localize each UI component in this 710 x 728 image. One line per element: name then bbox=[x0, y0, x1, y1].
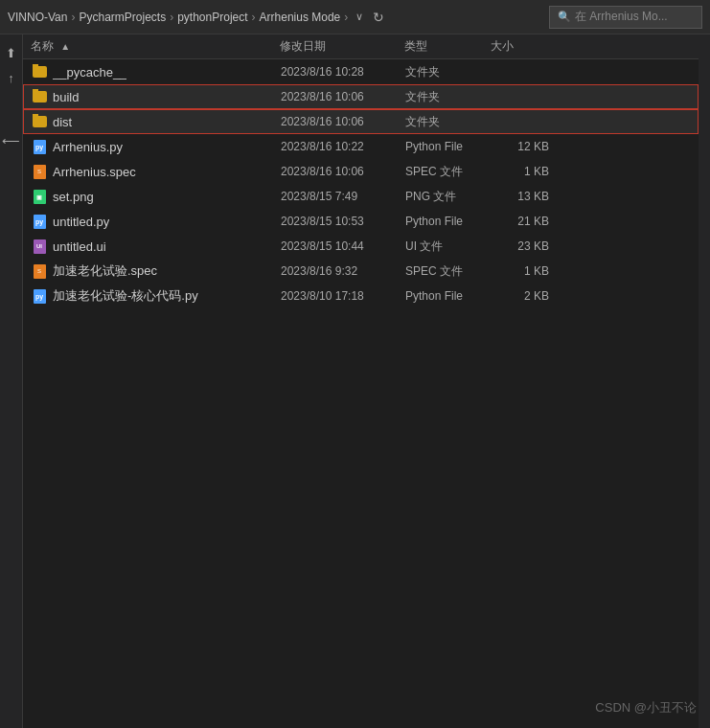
file-icon-wrapper: py bbox=[32, 214, 47, 229]
file-icon-wrapper bbox=[32, 114, 47, 129]
table-row[interactable]: py Arrhenius.py 2023/8/16 10:22 Python F… bbox=[23, 134, 699, 159]
file-name-cell: UI untitled.ui bbox=[32, 239, 281, 254]
sidebar-icons: ⬆ ↑ ⟵ bbox=[0, 34, 23, 728]
file-icon-wrapper bbox=[32, 89, 47, 104]
file-date: 2023/8/16 10:06 bbox=[281, 165, 405, 178]
file-type: Python File bbox=[405, 289, 492, 303]
file-date: 2023/8/16 10:28 bbox=[281, 65, 405, 79]
python-icon: py bbox=[34, 140, 46, 154]
table-row[interactable]: UI untitled.ui 2023/8/15 10:44 UI 文件 23 … bbox=[23, 234, 699, 259]
file-name-cell: S Arrhenius.spec bbox=[32, 164, 281, 179]
file-size: 23 KB bbox=[492, 239, 549, 253]
file-label: 加速老化试验-核心代码.py bbox=[53, 287, 198, 305]
sort-arrow: ▲ bbox=[60, 41, 70, 52]
breadcrumb-sep-4: › bbox=[344, 11, 348, 24]
file-name-cell: py untitled.py bbox=[32, 214, 281, 229]
file-type: Python File bbox=[405, 215, 492, 228]
file-date: 2023/8/15 10:53 bbox=[281, 215, 405, 228]
file-label: __pycache__ bbox=[53, 65, 126, 80]
breadcrumb-dropdown-icon[interactable]: ∨ bbox=[355, 11, 363, 23]
file-label: set.png bbox=[53, 190, 94, 204]
breadcrumb-sep-1: › bbox=[71, 11, 75, 24]
file-label: untitled.ui bbox=[53, 239, 106, 254]
file-size: 1 KB bbox=[492, 264, 549, 278]
file-size: 21 KB bbox=[492, 215, 549, 228]
file-name-cell: ▣ set.png bbox=[32, 189, 281, 204]
file-date: 2023/8/15 7:49 bbox=[281, 190, 405, 203]
table-row[interactable]: __pycache__ 2023/8/16 10:28 文件夹 bbox=[23, 59, 699, 84]
file-icon-wrapper bbox=[32, 64, 47, 80]
search-icon: 🔍 bbox=[558, 11, 571, 23]
table-row[interactable]: ▣ set.png 2023/8/15 7:49 PNG 文件 13 KB bbox=[23, 184, 699, 209]
file-tree: 名称 ▲ 修改日期 类型 大小 __pycache__ 2023/8/16 10… bbox=[23, 34, 699, 728]
file-type: SPEC 文件 bbox=[405, 263, 492, 280]
file-label: dist bbox=[53, 115, 72, 129]
column-headers: 名称 ▲ 修改日期 类型 大小 bbox=[23, 34, 699, 59]
main-layout: ⬆ ↑ ⟵ 名称 ▲ 修改日期 类型 大小 __pycache__ 2023/8… bbox=[0, 34, 710, 728]
ui-icon: UI bbox=[34, 239, 46, 254]
breadcrumb-pycharm[interactable]: PycharmProjects bbox=[79, 11, 166, 24]
file-name-cell: build bbox=[32, 89, 281, 104]
search-placeholder: 在 Arrhenius Mo... bbox=[575, 9, 668, 25]
file-name-cell: dist bbox=[32, 114, 281, 129]
png-icon: ▣ bbox=[34, 190, 46, 204]
file-size: 1 KB bbox=[492, 165, 549, 178]
table-row[interactable]: dist 2023/8/16 10:06 文件夹 bbox=[23, 109, 699, 134]
python-icon: py bbox=[34, 289, 46, 304]
spec-icon: S bbox=[34, 264, 46, 279]
file-icon-wrapper: UI bbox=[32, 239, 47, 254]
file-date: 2023/8/16 9:32 bbox=[281, 264, 405, 278]
file-type: 文件夹 bbox=[405, 114, 492, 130]
refresh-icon[interactable]: ↻ bbox=[373, 10, 384, 25]
table-row[interactable]: build 2023/8/16 10:06 文件夹 bbox=[23, 84, 699, 109]
breadcrumb-arrhenius[interactable]: Arrhenius Mode bbox=[260, 11, 341, 24]
file-name-cell: py Arrhenius.py bbox=[32, 139, 281, 154]
sidebar-icon-2[interactable]: ↑ bbox=[3, 69, 20, 86]
col-header-type: 类型 bbox=[404, 38, 491, 55]
file-icon-wrapper: S bbox=[32, 164, 47, 179]
scrollbar[interactable] bbox=[699, 34, 710, 728]
file-icon-wrapper: ▣ bbox=[32, 189, 47, 204]
col-header-size: 大小 bbox=[491, 38, 548, 55]
file-type: SPEC 文件 bbox=[405, 164, 492, 180]
file-name-cell: py 加速老化试验-核心代码.py bbox=[32, 287, 281, 305]
breadcrumb-python[interactable]: pythonProject bbox=[177, 11, 247, 24]
breadcrumb-bar: VINNO-Van › PycharmProjects › pythonProj… bbox=[0, 0, 710, 34]
breadcrumb-vinno[interactable]: VINNO-Van bbox=[8, 11, 67, 24]
file-rows-container: __pycache__ 2023/8/16 10:28 文件夹 build 20… bbox=[23, 59, 699, 308]
file-date: 2023/8/16 10:06 bbox=[281, 90, 405, 103]
search-box[interactable]: 🔍 在 Arrhenius Mo... bbox=[549, 6, 702, 29]
file-size: 13 KB bbox=[492, 190, 549, 203]
file-icon-wrapper: S bbox=[32, 263, 47, 279]
file-name-cell: S 加速老化试验.spec bbox=[32, 262, 281, 280]
file-date: 2023/8/15 10:44 bbox=[281, 239, 405, 253]
file-label: untitled.py bbox=[53, 215, 109, 229]
sidebar-icon-1[interactable]: ⬆ bbox=[3, 44, 20, 61]
file-label: Arrhenius.py bbox=[53, 140, 123, 154]
file-type: UI 文件 bbox=[405, 239, 492, 255]
file-type: 文件夹 bbox=[405, 64, 492, 80]
file-name-cell: __pycache__ bbox=[32, 64, 281, 80]
col-header-date: 修改日期 bbox=[280, 38, 404, 55]
python-icon: py bbox=[34, 215, 46, 229]
watermark: CSDN @小丑不论 bbox=[595, 699, 697, 717]
breadcrumb-sep-2: › bbox=[170, 11, 173, 24]
table-row[interactable]: S Arrhenius.spec 2023/8/16 10:06 SPEC 文件… bbox=[23, 159, 699, 184]
table-row[interactable]: py untitled.py 2023/8/15 10:53 Python Fi… bbox=[23, 209, 699, 234]
breadcrumb-sep-3: › bbox=[252, 11, 256, 24]
table-row[interactable]: py 加速老化试验-核心代码.py 2023/8/10 17:18 Python… bbox=[23, 284, 699, 308]
sidebar-icon-3[interactable]: ⟵ bbox=[3, 132, 20, 149]
file-type: 文件夹 bbox=[405, 89, 492, 105]
file-size: 12 KB bbox=[492, 140, 549, 153]
file-date: 2023/8/16 10:22 bbox=[281, 140, 405, 153]
file-date: 2023/8/10 17:18 bbox=[281, 289, 405, 303]
folder-icon bbox=[33, 91, 47, 102]
file-label: build bbox=[53, 90, 79, 104]
folder-icon bbox=[33, 116, 47, 127]
file-label: Arrhenius.spec bbox=[53, 165, 136, 179]
file-icon-wrapper: py bbox=[32, 139, 47, 154]
file-icon-wrapper: py bbox=[32, 288, 47, 304]
table-row[interactable]: S 加速老化试验.spec 2023/8/16 9:32 SPEC 文件 1 K… bbox=[23, 259, 699, 284]
file-label: 加速老化试验.spec bbox=[53, 262, 157, 280]
file-type: Python File bbox=[405, 140, 492, 153]
